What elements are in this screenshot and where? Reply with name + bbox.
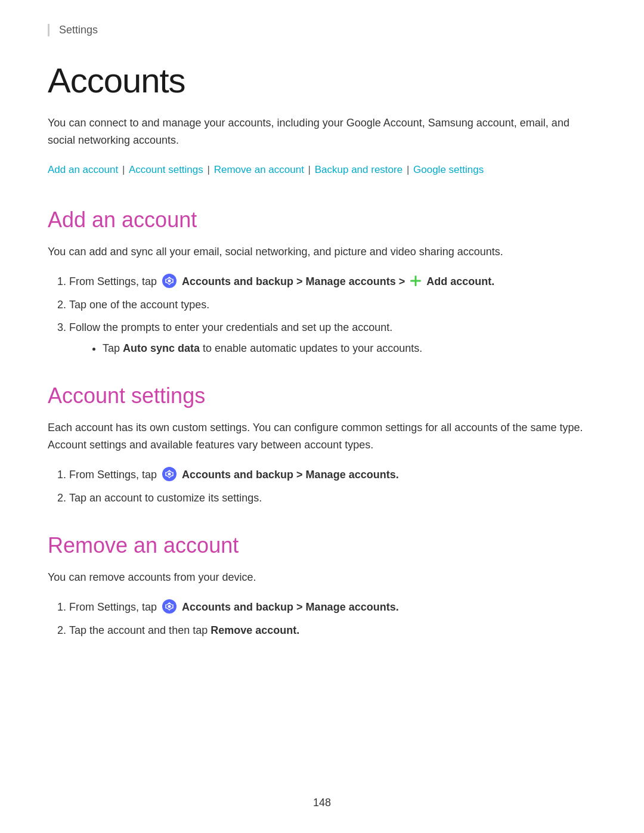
add-account-icon — [409, 274, 422, 287]
quicklink-settings[interactable]: Account settings — [129, 164, 203, 175]
settings-step-2: Tap an account to customize its settings… — [69, 489, 596, 507]
breadcrumb-label: Settings — [59, 24, 98, 36]
section-settings-title: Account settings — [48, 383, 596, 408]
add-step-1-bold2: Add account. — [426, 275, 494, 287]
settings-icon-3 — [162, 599, 177, 614]
page-number: 148 — [0, 797, 644, 809]
settings-step-1-bold: Accounts and backup > Manage accounts. — [182, 469, 399, 481]
quicklink-google[interactable]: Google settings — [413, 164, 484, 175]
remove-account-bold: Remove account. — [210, 624, 299, 636]
remove-account-steps: From Settings, tap Accounts and backup >… — [69, 598, 596, 639]
add-step-3-text: Follow the prompts to enter your credent… — [69, 321, 392, 333]
add-step-2: Tap one of the account types. — [69, 296, 596, 314]
section-settings-desc: Each account has its own custom settings… — [48, 419, 596, 454]
auto-sync-bold: Auto sync data — [123, 342, 200, 354]
settings-icon-1 — [162, 273, 177, 289]
remove-step-2: Tap the account and then tap Remove acco… — [69, 621, 596, 640]
section-add-account: Add an account You can add and sync all … — [48, 208, 596, 357]
section-remove-account: Remove an account You can remove account… — [48, 533, 596, 639]
section-add-title: Add an account — [48, 208, 596, 233]
remove-step-2-text-before: Tap the account and then tap — [69, 624, 210, 636]
settings-step-1: From Settings, tap Accounts and backup >… — [69, 466, 596, 484]
add-step-2-text: Tap one of the account types. — [69, 299, 209, 311]
page-title: Accounts — [48, 60, 596, 100]
add-step-3: Follow the prompts to enter your credent… — [69, 318, 596, 357]
separator-4: | — [404, 164, 412, 175]
settings-step-1-text-before: From Settings, tap — [69, 469, 160, 481]
add-step-3-bullet-1: Tap Auto sync data to enable automatic u… — [103, 339, 596, 358]
svg-rect-3 — [410, 280, 421, 282]
quicklinks: Add an account | Account settings | Remo… — [48, 161, 596, 179]
quicklink-add[interactable]: Add an account — [48, 164, 118, 175]
remove-step-1-bold: Accounts and backup > Manage accounts. — [182, 601, 399, 613]
settings-icon-2 — [162, 466, 177, 482]
section-remove-desc: You can remove accounts from your device… — [48, 569, 596, 586]
add-step-1-text-before: From Settings, tap — [69, 275, 160, 287]
separator-3: | — [305, 164, 314, 175]
svg-point-7 — [168, 605, 171, 608]
svg-point-1 — [168, 280, 171, 283]
section-remove-title: Remove an account — [48, 533, 596, 558]
remove-step-1: From Settings, tap Accounts and backup >… — [69, 598, 596, 617]
quicklink-remove[interactable]: Remove an account — [214, 164, 304, 175]
add-account-steps: From Settings, tap Accounts and backup >… — [69, 272, 596, 357]
add-step-1-bold: Accounts and backup > Manage accounts > — [182, 275, 408, 287]
section-add-desc: You can add and sync all your email, soc… — [48, 243, 596, 261]
add-step-3-bullets: Tap Auto sync data to enable automatic u… — [103, 339, 596, 358]
settings-step-2-text: Tap an account to customize its settings… — [69, 492, 262, 504]
add-step-1: From Settings, tap Accounts and backup >… — [69, 272, 596, 291]
intro-text: You can connect to and manage your accou… — [48, 114, 596, 149]
separator-2: | — [205, 164, 213, 175]
breadcrumb: Settings — [48, 24, 596, 36]
quicklink-backup[interactable]: Backup and restore — [315, 164, 402, 175]
separator-1: | — [119, 164, 128, 175]
account-settings-steps: From Settings, tap Accounts and backup >… — [69, 466, 596, 507]
svg-point-5 — [168, 473, 171, 476]
section-account-settings: Account settings Each account has its ow… — [48, 383, 596, 507]
remove-step-1-text-before: From Settings, tap — [69, 601, 160, 613]
